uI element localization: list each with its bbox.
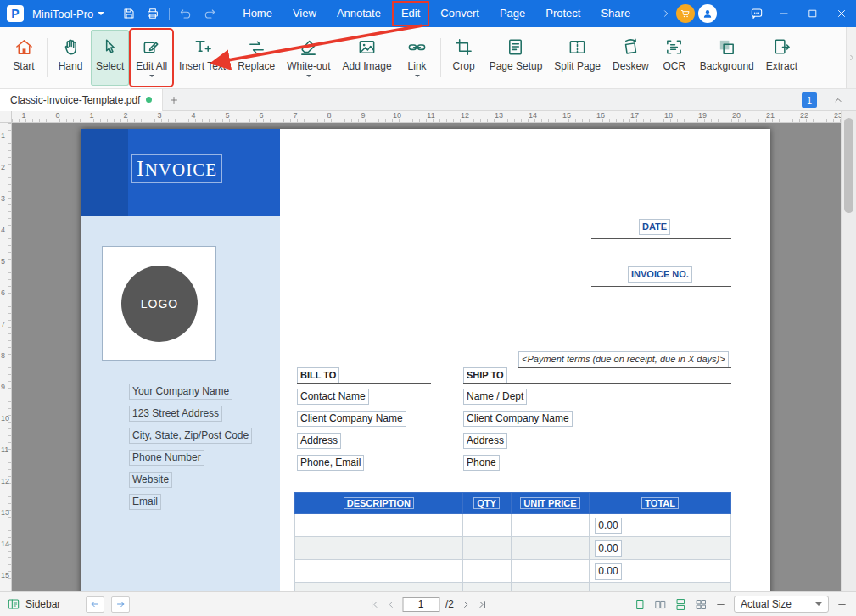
maximize-button[interactable]	[800, 0, 825, 27]
table-cell-description[interactable]	[295, 583, 463, 592]
previous-page-button[interactable]	[385, 599, 396, 610]
app-name-menu[interactable]: MiniTool-Pro	[29, 8, 108, 20]
menu-edit[interactable]: Edit	[391, 0, 430, 27]
sidebar-toggle-icon[interactable]	[7, 597, 20, 611]
redo-icon[interactable]	[199, 3, 221, 25]
pdf-page[interactable]: INVOICE LOGO Your Company Name123 Street…	[81, 129, 770, 591]
cell-value[interactable]: 0.00	[595, 518, 621, 534]
company-info-field[interactable]: Phone Number	[129, 450, 204, 466]
page-number-input[interactable]	[402, 597, 439, 612]
bill-to-field[interactable]: Contact Name	[297, 389, 369, 405]
menu-share[interactable]: Share	[590, 0, 641, 27]
logo-placeholder-box[interactable]: LOGO	[102, 246, 216, 361]
tool-add-image[interactable]: Add Image	[338, 30, 397, 86]
document-canvas[interactable]: INVOICE LOGO Your Company Name123 Street…	[12, 123, 841, 591]
tool-replace[interactable]: Replace	[232, 30, 280, 86]
bill-to-label[interactable]: BILL TO	[297, 367, 339, 384]
invoice-title[interactable]: INVOICE	[131, 154, 222, 183]
zoom-level-select[interactable]: Actual Size	[734, 596, 829, 613]
new-tab-button[interactable]	[163, 89, 185, 111]
bill-to-field[interactable]: Address	[297, 433, 341, 449]
invoice-no-label[interactable]: INVOICE NO.	[628, 266, 692, 283]
table-cell-total[interactable]: 0.00	[590, 560, 731, 583]
table-cell-unit-price[interactable]	[511, 560, 590, 583]
company-info-field[interactable]: Email	[129, 494, 161, 510]
tool-extract[interactable]: Extract	[761, 30, 803, 86]
tool-start[interactable]: Start	[5, 30, 42, 86]
tool-select[interactable]: Select	[91, 30, 129, 86]
date-label[interactable]: DATE	[639, 219, 670, 235]
table-header-cell[interactable]: DESCRIPTION	[295, 493, 463, 514]
table-cell-qty[interactable]	[462, 583, 511, 592]
tool-insert-text[interactable]: Insert Text	[174, 30, 231, 86]
table-cell-unit-price[interactable]	[511, 583, 590, 592]
menu-convert[interactable]: Convert	[430, 0, 490, 27]
table-cell-qty[interactable]	[462, 560, 511, 583]
table-cell-total[interactable]: 0.00	[590, 514, 731, 537]
company-info-field[interactable]: 123 Street Address	[129, 406, 222, 422]
account-avatar-icon[interactable]	[698, 4, 717, 23]
ship-to-field[interactable]: Name / Dept	[463, 389, 527, 405]
vertical-scrollbar[interactable]	[841, 111, 856, 591]
ribbon-scroll-right[interactable]	[846, 27, 856, 89]
next-page-button[interactable]	[460, 599, 471, 610]
menu-protect[interactable]: Protect	[535, 0, 590, 27]
grid-view-icon[interactable]	[695, 598, 708, 611]
tool-page-setup[interactable]: Page Setup	[484, 30, 548, 86]
arrow-left-button[interactable]	[86, 596, 104, 613]
tool-link[interactable]: Link	[399, 30, 436, 86]
undo-icon[interactable]	[175, 3, 197, 25]
feedback-chat-icon[interactable]	[746, 3, 768, 25]
continuous-view-icon[interactable]	[674, 598, 687, 611]
ship-to-field[interactable]: Client Company Name	[463, 411, 573, 427]
zoom-in-icon[interactable]	[836, 599, 848, 610]
zoom-out-icon[interactable]	[715, 599, 726, 610]
tool-white-out[interactable]: White-out	[282, 30, 335, 86]
tool-hand[interactable]: Hand	[52, 30, 89, 86]
print-icon[interactable]	[142, 3, 164, 25]
tool-split-page[interactable]: Split Page	[549, 30, 606, 86]
menu-view[interactable]: View	[283, 0, 327, 27]
table-cell-qty[interactable]	[462, 514, 511, 537]
table-cell-total[interactable]	[590, 583, 731, 592]
single-page-view-icon[interactable]	[634, 598, 646, 611]
table-cell-description[interactable]	[295, 514, 463, 537]
last-page-button[interactable]	[477, 599, 488, 610]
tool-ocr[interactable]: OCR	[656, 30, 693, 86]
table-cell-qty[interactable]	[462, 537, 511, 560]
table-cell-unit-price[interactable]	[511, 537, 590, 560]
table-header-cell[interactable]: QTY	[462, 493, 511, 514]
table-header-cell[interactable]: UNIT PRICE	[511, 493, 590, 514]
minimize-button[interactable]	[771, 0, 797, 27]
close-button[interactable]	[829, 0, 854, 27]
collapse-ribbon-icon[interactable]	[831, 92, 846, 108]
bill-to-field[interactable]: Client Company Name	[297, 411, 406, 427]
save-icon[interactable]	[118, 3, 140, 25]
table-header-cell[interactable]: TOTAL	[590, 493, 731, 514]
payment-terms-text[interactable]: <Payment terms (due on receipt, due in X…	[518, 351, 729, 367]
tool-deskew[interactable]: Deskew	[607, 30, 654, 86]
tool-crop[interactable]: Crop	[445, 30, 483, 86]
document-tab[interactable]: Classic-Invoice-Template.pdf	[0, 89, 163, 111]
company-info-field[interactable]: City, State, Zip/Post Code	[129, 428, 252, 444]
ship-to-field[interactable]: Address	[463, 433, 507, 449]
table-cell-total[interactable]: 0.00	[590, 537, 731, 560]
menu-annotate[interactable]: Annotate	[327, 0, 391, 27]
cell-value[interactable]: 0.00	[595, 563, 621, 580]
menu-overflow-icon[interactable]	[659, 3, 673, 25]
menu-home[interactable]: Home	[232, 0, 283, 27]
cell-value[interactable]: 0.00	[595, 540, 621, 557]
company-info-field[interactable]: Your Company Name	[129, 384, 232, 400]
ship-to-label[interactable]: SHIP TO	[463, 367, 507, 384]
bill-to-field[interactable]: Phone, Email	[297, 455, 364, 471]
first-page-button[interactable]	[368, 599, 379, 610]
tool-edit-all[interactable]: Edit All	[131, 30, 172, 86]
table-cell-description[interactable]	[295, 560, 463, 583]
table-cell-unit-price[interactable]	[511, 514, 590, 537]
tool-background[interactable]: Background	[695, 30, 759, 86]
table-cell-description[interactable]	[295, 537, 463, 560]
double-page-view-icon[interactable]	[654, 598, 667, 611]
company-info-field[interactable]: Website	[129, 472, 172, 488]
ship-to-field[interactable]: Phone	[463, 455, 500, 471]
menu-page[interactable]: Page	[490, 0, 535, 27]
